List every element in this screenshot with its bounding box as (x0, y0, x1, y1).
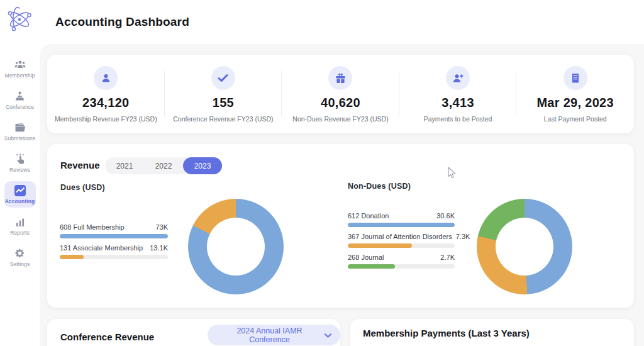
app-logo-icon[interactable] (5, 5, 34, 34)
sidebar-item-accounting[interactable]: Accounting (4, 181, 36, 208)
stat-conference-revenue: 155 Conference Revenue FY23 (USD) (165, 55, 282, 133)
legend-label: 268 Journal (348, 254, 384, 261)
conference-selector-value: 2024 Annual IAMR Conference (219, 326, 320, 344)
sidebar-item-label: Reports (10, 230, 29, 236)
reviews-tap-icon (14, 153, 26, 165)
conference-revenue-title: Conference Revenue (60, 332, 154, 342)
sidebar-item-label: Submissions (4, 135, 35, 142)
conference-revenue-card: Conference Revenue 2024 Annual IAMR Conf… (47, 319, 340, 346)
stat-value: 234,120 (82, 96, 129, 110)
check-icon (211, 66, 235, 90)
person-icon (94, 66, 118, 90)
page-title: Accounting Dashboard (55, 15, 189, 29)
legend-bar-fill (348, 243, 412, 248)
submissions-folder-icon (14, 122, 26, 133)
membership-payments-title: Membership Payments (Last 3 Years) (363, 328, 530, 338)
stat-payments-to-post: 3,413 Payments to be Posted (399, 55, 517, 133)
conference-podium-icon (14, 91, 26, 102)
revenue-card: Revenue 2021 2022 2023 Dues (USD) 608 Fu… (47, 144, 634, 308)
legend: 612 Donation30.6K367 Journal of Attentio… (348, 212, 455, 274)
settings-gear-icon (14, 248, 26, 259)
stat-last-payment: Mar 29, 2023 Last Payment Posted (516, 55, 634, 133)
legend-label: 612 Donation (348, 212, 389, 220)
accounting-chart-icon (14, 185, 26, 196)
nondues-chart: Non-Dues (USD) 612 Donation30.6K367 Jour… (47, 144, 634, 308)
receipt-icon (564, 66, 587, 90)
legend-row: 268 Journal2.7K (348, 254, 455, 269)
legend-bar-fill (348, 223, 455, 227)
sidebar-item-label: Reviews (9, 167, 30, 173)
stat-value: 3,413 (441, 96, 474, 110)
sidebar-item-label: Membership (5, 72, 35, 79)
legend-bar-fill (348, 264, 395, 269)
chevron-down-icon (325, 331, 331, 340)
stat-label: Conference Revenue FY23 (USD) (173, 115, 273, 123)
legend-bar-track (348, 264, 455, 269)
stat-label: Membership Revenue FY23 (USD) (55, 115, 157, 123)
sidebar-item-label: Settings (10, 261, 30, 267)
legend-value: 2.7K (440, 254, 455, 261)
legend-label: 367 Journal of Attention Disorders (348, 233, 452, 240)
sidebar-item-settings[interactable]: Settings (4, 244, 36, 271)
stat-nondues-revenue: 40,620 Non-Dues Revenue FY23 (USD) (282, 55, 399, 133)
sidebar-item-label: Accounting (5, 198, 35, 204)
membership-payments-card: Membership Payments (Last 3 Years) (350, 319, 634, 346)
stats-summary-card: 234,120 Membership Revenue FY23 (USD) 15… (47, 55, 634, 133)
stat-membership-revenue: 234,120 Membership Revenue FY23 (USD) (47, 55, 165, 133)
sidebar-item-membership[interactable]: Membership (4, 55, 36, 82)
stat-value: Mar 29, 2023 (536, 96, 614, 110)
sidebar-item-reports[interactable]: Reports (4, 213, 36, 239)
stat-value: 155 (213, 96, 234, 110)
sidebar-item-conference[interactable]: Conference (4, 87, 36, 113)
legend-row: 367 Journal of Attention Disorders7.3K (348, 233, 455, 248)
sidebar-item-reviews[interactable]: Reviews (4, 150, 36, 176)
person-add-icon (446, 66, 470, 90)
reports-bar-chart-icon (14, 216, 26, 228)
legend-bar-track (348, 223, 455, 227)
conference-selector-dropdown[interactable]: 2024 Annual IAMR Conference (208, 325, 340, 345)
stat-label: Last Payment Posted (544, 115, 607, 123)
nondues-donut (477, 199, 572, 294)
sidebar-item-submissions[interactable]: Submissions (4, 118, 36, 145)
members-group-icon (14, 59, 26, 70)
sidebar-nav: Membership Conference Submi (0, 55, 40, 276)
legend-row: 612 Donation30.6K (348, 212, 455, 227)
stat-value: 40,620 (321, 96, 360, 110)
legend-value: 30.6K (436, 212, 455, 220)
gift-icon (328, 66, 352, 90)
sidebar-item-label: Conference (6, 104, 34, 110)
nondues-chart-title: Non-Dues (USD) (348, 182, 411, 191)
stat-label: Non-Dues Revenue FY23 (USD) (292, 115, 388, 123)
legend-bar-track (348, 243, 455, 248)
stat-label: Payments to be Posted (424, 115, 492, 123)
sidebar: Membership Conference Submi (0, 0, 40, 346)
legend-value: 7.3K (456, 233, 470, 240)
